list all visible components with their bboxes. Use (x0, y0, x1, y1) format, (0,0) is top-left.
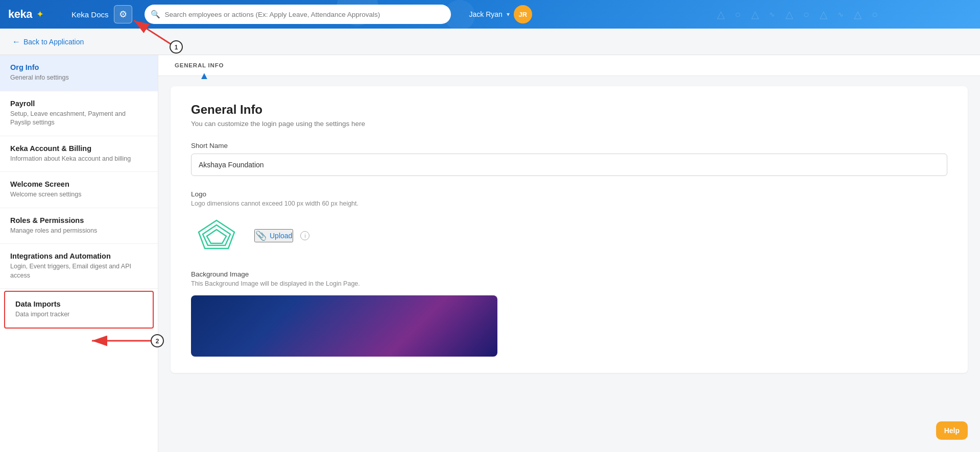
user-menu[interactable]: Jack Ryan ▾ JR (469, 5, 532, 23)
search-input[interactable] (145, 5, 451, 24)
background-image-section: Background Image This Background Image w… (191, 270, 947, 357)
back-arrow-icon: ← (12, 37, 20, 46)
sidebar-item-desc: Data import tracker (15, 310, 142, 319)
sidebar-item-desc: Manage roles and permissions (10, 227, 148, 236)
top-navigation: keka ✦ Keka Docs ⚙ △ ○ △ ∿ △ ○ △ ∿ △ ○ 🔍… (0, 0, 980, 29)
sidebar-item-desc: Information about Keka account and billi… (10, 155, 148, 164)
main-layout: Org Info General info settings Payroll S… (0, 55, 980, 452)
logo-label: Logo (191, 190, 947, 198)
logo-area: keka ✦ (8, 8, 69, 21)
sidebar-item-payroll[interactable]: Payroll Setup, Leave encashment, Payment… (0, 91, 158, 136)
sidebar: Org Info General info settings Payroll S… (0, 55, 158, 452)
logo-upload-row: 📎 Upload i (191, 215, 947, 256)
sidebar-item-data-imports[interactable]: Data Imports Data import tracker (4, 291, 154, 329)
nav-decorative-shapes: △ ○ △ ∿ △ ○ △ ∿ △ ○ (717, 0, 878, 29)
sidebar-item-title: Org Info (10, 63, 148, 71)
logo-preview (191, 215, 242, 256)
logo-text: keka (8, 8, 32, 21)
sidebar-item-welcome-screen[interactable]: Welcome Screen Welcome screen settings (0, 172, 158, 208)
search-bar: 🔍 (145, 5, 451, 24)
back-label: Back to Application (23, 38, 84, 46)
user-avatar: JR (514, 5, 532, 23)
sidebar-item-title: Welcome Screen (10, 180, 148, 188)
logo-spark-icon: ✦ (36, 9, 44, 20)
back-to-application-link[interactable]: ← Back to Application (12, 37, 84, 46)
bg-image-preview (191, 295, 497, 357)
bg-image-label: Background Image (191, 270, 947, 278)
sidebar-item-title: Keka Account & Billing (10, 144, 148, 153)
sidebar-item-org-info[interactable]: Org Info General info settings (0, 55, 158, 91)
page-title: General Info (191, 103, 947, 117)
section-header: GENERAL INFO ▲ (158, 55, 980, 76)
help-button[interactable]: Help (936, 421, 968, 440)
upload-controls: 📎 Upload i (254, 229, 309, 242)
svg-marker-2 (207, 230, 226, 243)
sidebar-item-keka-account[interactable]: Keka Account & Billing Information about… (0, 136, 158, 172)
sidebar-item-integrations[interactable]: Integrations and Automation Login, Event… (0, 244, 158, 289)
sidebar-item-desc: General info settings (10, 73, 148, 83)
sidebar-item-title: Integrations and Automation (10, 252, 148, 260)
svg-marker-1 (203, 225, 230, 245)
sidebar-item-title: Data Imports (15, 300, 142, 308)
gear-icon: ⚙ (119, 9, 127, 20)
search-icon: 🔍 (151, 10, 160, 19)
upload-label: Upload (270, 232, 292, 240)
up-caret-icon: ▲ (199, 70, 209, 81)
short-name-label: Short Name (191, 142, 947, 149)
settings-gear-button[interactable]: ⚙ (114, 5, 132, 23)
content-card: General Info You can customize the login… (171, 86, 968, 373)
chevron-down-icon: ▾ (507, 11, 510, 18)
logo-desc: Logo dimensions cannot exceed 100 px wid… (191, 200, 947, 207)
page-subtitle: You can customize the login page using t… (191, 120, 947, 128)
sidebar-item-title: Roles & Permissions (10, 216, 148, 224)
logo-image (194, 218, 240, 254)
app-title: Keka Docs (71, 10, 109, 19)
user-name-label: Jack Ryan (469, 10, 503, 18)
sidebar-item-desc: Login, Event triggers, Email digest and … (10, 262, 148, 280)
logo-section: Logo Logo dimensions cannot exceed 100 p… (191, 190, 947, 256)
upload-button[interactable]: 📎 Upload (254, 229, 293, 242)
section-header-title: GENERAL INFO (175, 62, 224, 68)
sidebar-item-desc: Welcome screen settings (10, 190, 148, 199)
short-name-input[interactable] (191, 154, 947, 176)
sidebar-item-title: Payroll (10, 99, 148, 108)
sidebar-item-desc: Setup, Leave encashment, Payment and Pay… (10, 110, 148, 128)
content-area: GENERAL INFO ▲ General Info You can cust… (158, 55, 980, 452)
sidebar-item-roles-permissions[interactable]: Roles & Permissions Manage roles and per… (0, 208, 158, 244)
info-icon[interactable]: i (300, 231, 309, 240)
paperclip-icon: 📎 (255, 230, 267, 241)
bg-image-desc: This Background Image will be displayed … (191, 280, 947, 287)
sub-navigation: ← Back to Application (0, 29, 980, 55)
